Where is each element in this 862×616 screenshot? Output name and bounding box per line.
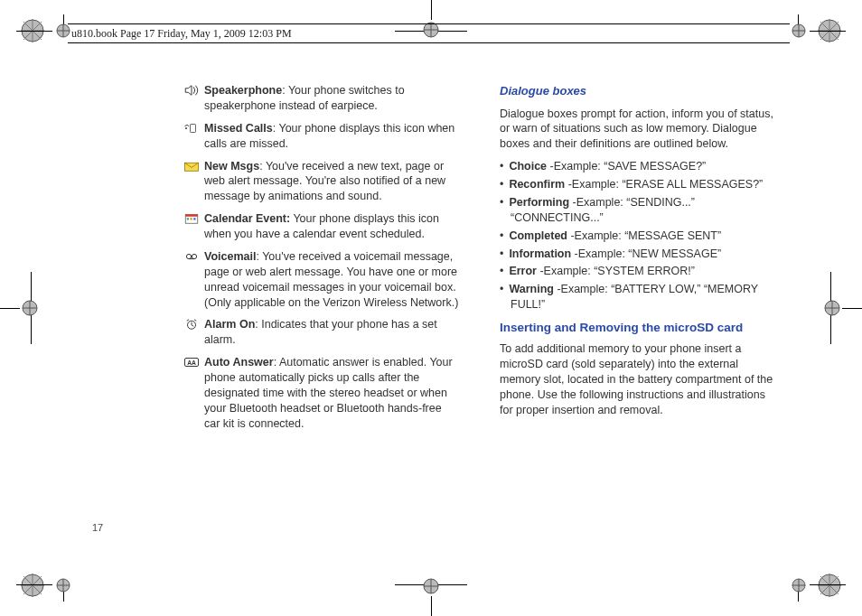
row-missed-calls: Missed Calls: Your phone displays this i… [179,121,460,152]
row-text: New Msgs: You've received a new text, pa… [204,159,460,205]
cropmark-bottom [395,562,467,616]
bullet-label: Error [509,265,537,277]
row-label: Auto Answer [204,356,274,369]
svg-point-11 [825,301,839,315]
row-text: Missed Calls: Your phone displays this i… [204,121,460,152]
bullet-label: Completed [509,229,567,242]
microsd-para: To add additional memory to your phone i… [500,341,781,417]
new-msgs-icon [179,159,204,173]
auto-answer-icon: AA [179,355,204,369]
right-column: Dialogue boxes Dialogue boxes prompt for… [500,83,781,535]
row-text: Alarm On: Indicates that your phone has … [204,317,460,348]
svg-point-24 [186,254,191,258]
bullet-label: Choice [509,160,547,173]
svg-point-13 [792,24,805,37]
row-label: New Msgs [204,160,259,173]
page-body: Speakerphone: Your phone switches to spe… [179,83,781,535]
svg-point-25 [192,254,196,258]
ornament-bottom-left [20,573,45,598]
bullet-completed: Completed -Example: “MESSAGE SENT” [500,229,781,244]
alarm-on-icon [179,317,204,331]
page-header: u810.book Page 17 Friday, May 1, 2009 12… [68,23,790,43]
heading-dialogue-boxes: Dialogue boxes [500,83,781,99]
dialogue-intro: Dialogue boxes prompt for action, inform… [500,107,781,153]
row-text: Auto Answer: Automatic answer is enabled… [204,355,460,431]
bullet-information: Information -Example: “NEW MESSAGE” [500,247,781,262]
row-label: Speakerphone [204,84,282,97]
svg-rect-23 [193,218,195,219]
bullet-choice: Choice -Example: “SAVE MESSAGE?” [500,159,781,174]
cropmark-left [0,272,54,344]
svg-point-10 [23,301,37,315]
voicemail-icon [179,249,204,263]
svg-point-9 [424,579,438,593]
bullet-text: -Example: “MESSAGE SENT” [567,229,721,242]
svg-point-15 [792,579,805,592]
cropmark-right [808,272,862,344]
calendar-event-icon [179,211,204,225]
row-auto-answer: AA Auto Answer: Automatic answer is enab… [179,355,460,431]
row-voicemail: Voicemail: You've received a voicemail m… [179,249,460,311]
row-calendar-event: Calendar Event: Your phone displays this… [179,211,460,242]
bullet-label: Information [509,247,571,260]
row-label: Voicemail [204,250,256,263]
ornament-bottom-right [817,573,842,598]
bullet-text: -Example: “ERASE ALL MESSAGES?” [565,178,763,191]
svg-point-17 [185,127,187,129]
svg-rect-20 [185,215,198,217]
bullet-text: -Example: “SAVE MESSAGE?” [547,160,706,173]
row-sep: : [259,160,266,173]
row-sep: : [282,84,288,97]
svg-point-14 [57,579,70,592]
row-label: Calendar Event: [204,212,290,225]
svg-text:AA: AA [187,359,196,366]
svg-rect-16 [191,124,196,132]
row-label: Alarm On [204,318,255,331]
bullet-label: Performing [509,196,569,209]
missed-calls-icon [179,121,204,135]
ornament-top-right [817,18,842,43]
cropmark-bl [52,565,89,602]
row-text: Voicemail: You've received a voicemail m… [204,249,460,311]
bullet-warning: Warning -Example: “BATTERY LOW,” “MEMORY… [500,282,781,313]
dialogue-list: Choice -Example: “SAVE MESSAGE?” Reconfi… [500,159,781,313]
bullet-performing: Performing -Example: “SENDING...” “CONNE… [500,195,781,226]
row-alarm-on: Alarm On: Indicates that your phone has … [179,317,460,348]
row-label: Missed Calls [204,122,273,135]
row-text: Speakerphone: Your phone switches to spe… [204,83,460,114]
ornament-top-left [20,18,45,43]
bullet-reconfirm: Reconfirm -Example: “ERASE ALL MESSAGES?… [500,177,781,192]
bullet-text: -Example: “SYSTEM ERROR!” [537,265,695,277]
svg-rect-21 [187,218,189,219]
bullet-error: Error -Example: “SYSTEM ERROR!” [500,264,781,279]
cropmark-br [773,565,810,602]
heading-microsd: Inserting and Removing the microSD card [500,320,781,336]
speakerphone-icon [179,83,204,97]
page-number: 17 [92,522,103,533]
bullet-label: Warning [509,283,554,295]
header-text: u810.book Page 17 Friday, May 1, 2009 12… [68,27,292,41]
row-new-msgs: New Msgs: You've received a new text, pa… [179,159,460,205]
row-text: Calendar Event: Your phone displays this… [204,211,460,242]
bullet-label: Reconfirm [509,178,565,191]
row-speakerphone: Speakerphone: Your phone switches to spe… [179,83,460,114]
svg-rect-22 [191,218,192,219]
left-column: Speakerphone: Your phone switches to spe… [179,83,460,535]
bullet-text: -Example: “NEW MESSAGE” [571,247,721,260]
